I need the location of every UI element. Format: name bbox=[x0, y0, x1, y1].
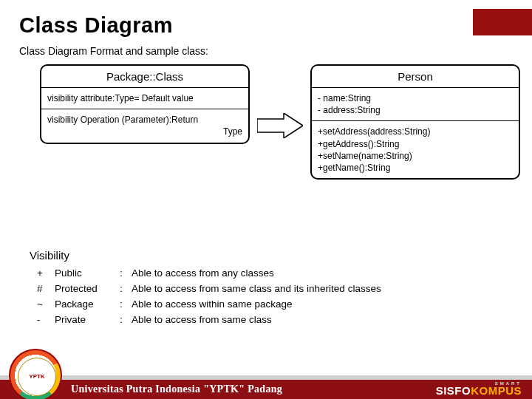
visibility-symbol: + bbox=[37, 266, 50, 282]
visibility-table: + Public : Able to access from any class… bbox=[37, 266, 513, 328]
arrow-icon bbox=[257, 113, 303, 138]
separator-colon: : bbox=[120, 266, 127, 282]
brand-logo: SMART SISFOKOMPUS bbox=[436, 381, 522, 397]
page-subtitle: Class Diagram Format and sample class: bbox=[19, 45, 513, 57]
uml-format-attribute: visibility attribute:Type= Default value bbox=[47, 92, 242, 104]
visibility-desc: Able to access from same class and its i… bbox=[132, 282, 381, 297]
uml-format-attribute-section: visibility attribute:Type= Default value bbox=[41, 88, 248, 109]
visibility-name: Package bbox=[55, 297, 115, 313]
visibility-name: Public bbox=[55, 266, 115, 282]
uml-format-operation-section: visibility Operation (Parameter):Return … bbox=[41, 109, 248, 142]
visibility-row: # Protected : Able to access from same c… bbox=[37, 282, 513, 297]
separator-colon: : bbox=[120, 313, 127, 328]
uml-format-op-line2: Type bbox=[47, 126, 242, 137]
svg-marker-0 bbox=[257, 113, 303, 138]
visibility-row: - Private : Able to access from same cla… bbox=[37, 313, 513, 328]
uml-example-operation-section: +setAddress(address:String) +getAddress(… bbox=[312, 121, 519, 178]
uml-format-box: Package::Class visibility attribute:Type… bbox=[40, 64, 250, 144]
visibility-name: Protected bbox=[55, 282, 115, 297]
separator-colon: : bbox=[120, 282, 127, 297]
visibility-desc: Able to access from same class bbox=[132, 313, 272, 328]
separator-colon: : bbox=[120, 297, 127, 313]
uml-format-op-line1: visibility Operation (Parameter):Return bbox=[47, 114, 242, 126]
uml-example-box: Person - name:String - address:String +s… bbox=[310, 64, 520, 180]
footer: YPTK Universitas Putra Indonesia "YPTK" … bbox=[0, 366, 532, 399]
accent-decor bbox=[473, 9, 532, 35]
uml-example-op: +getName():String bbox=[318, 162, 513, 174]
visibility-heading: Visibility bbox=[30, 249, 513, 262]
slide: Class Diagram Class Diagram Format and s… bbox=[0, 0, 532, 399]
uml-example-op: +setName(name:String) bbox=[318, 150, 513, 162]
uml-example-op: +getAddress():String bbox=[318, 138, 513, 150]
visibility-desc: Able to access from any classes bbox=[132, 266, 274, 282]
uml-example-name: Person bbox=[312, 66, 519, 88]
university-logo-icon: YPTK bbox=[9, 349, 62, 399]
uml-example-op: +setAddress(address:String) bbox=[318, 126, 513, 137]
university-name: Universitas Putra Indonesia "YPTK" Padan… bbox=[71, 380, 282, 399]
visibility-symbol: # bbox=[37, 282, 50, 297]
visibility-symbol: ~ bbox=[37, 297, 50, 313]
visibility-name: Private bbox=[55, 313, 115, 328]
visibility-symbol: - bbox=[37, 313, 50, 328]
uml-example-attribute-section: - name:String - address:String bbox=[312, 88, 519, 121]
visibility-row: ~ Package : Able to access within same p… bbox=[37, 297, 513, 313]
visibility-desc: Able to access within same package bbox=[132, 297, 293, 313]
uml-format-name: Package::Class bbox=[41, 66, 248, 88]
visibility-row: + Public : Able to access from any class… bbox=[37, 266, 513, 282]
brand-pre: SISFO bbox=[436, 384, 471, 397]
page-title: Class Diagram bbox=[19, 13, 513, 38]
uml-example-attr: - name:String bbox=[318, 92, 513, 104]
uml-example-attr: - address:String bbox=[318, 104, 513, 116]
diagram-area: Package::Class visibility attribute:Type… bbox=[19, 64, 513, 219]
brand-post: KOMPUS bbox=[471, 384, 522, 397]
university-logo-initials: YPTK bbox=[18, 358, 56, 396]
